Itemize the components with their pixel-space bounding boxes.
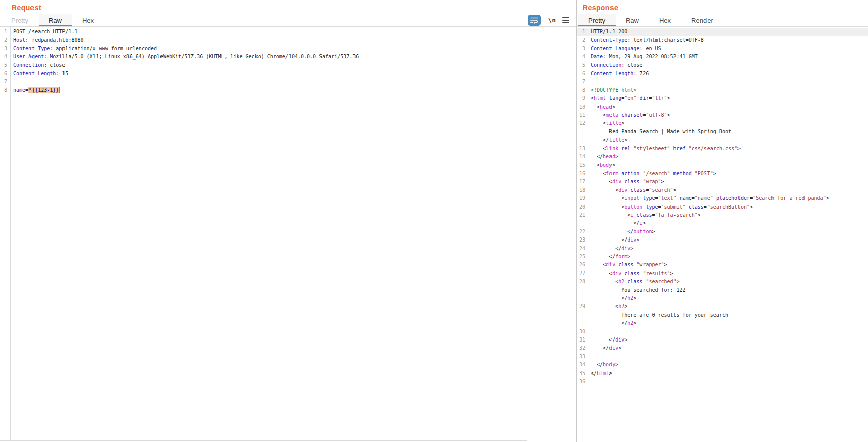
code-line: 6Content-Length: 726: [577, 70, 868, 78]
line-number: 23: [577, 236, 588, 244]
code-line: 3Content-Language: en-US: [577, 45, 868, 53]
code-line: 22 </button>: [577, 228, 868, 236]
line-number: 1: [0, 28, 10, 36]
code-line: </h2>: [577, 319, 868, 327]
tab-raw[interactable]: Raw: [616, 14, 649, 26]
line-number: 29: [577, 302, 588, 311]
show-newlines-icon[interactable]: \n: [548, 16, 556, 24]
code-line: Red Panda Search | Made with Spring Boot: [577, 128, 868, 136]
code-line: 32 </div>: [577, 344, 868, 352]
code-line: 30: [577, 328, 868, 336]
line-number: 19: [577, 194, 588, 202]
code-line: 17 <div class="wrap">: [577, 178, 868, 186]
line-number: 35: [577, 369, 588, 378]
code-line: 14 </head>: [577, 153, 868, 161]
line-number: 11: [577, 111, 588, 119]
code-line: 13 <link rel="stylesheet" href="css/sear…: [577, 145, 868, 153]
line-number: 7: [0, 78, 10, 86]
line-number: 7: [577, 78, 588, 86]
line-number: 1: [577, 28, 588, 36]
line-number: 17: [577, 178, 588, 186]
line-number: 14: [577, 153, 588, 161]
tab-render[interactable]: Render: [681, 14, 723, 26]
line-number: 4: [577, 53, 588, 61]
text-cursor: [59, 87, 60, 93]
code-line: 8<!DOCTYPE html>: [577, 86, 868, 94]
tab-hex[interactable]: Hex: [649, 14, 681, 26]
code-line: 19 <input type="text" name="name" placeh…: [577, 194, 868, 202]
code-line: </h2>: [577, 294, 868, 302]
code-line: 5Connection: close: [577, 61, 868, 70]
line-number: 5: [0, 61, 10, 70]
code-line: 35</html>: [577, 369, 868, 378]
line-number: 24: [577, 245, 588, 253]
request-toolbar: \n: [528, 14, 576, 26]
tab-raw[interactable]: Raw: [39, 14, 72, 26]
line-number: 22: [577, 228, 588, 236]
line-number: 20: [577, 203, 588, 211]
code-line: 18 <div class="search">: [577, 186, 868, 194]
code-line: 9<html lang="en" dir="ltr">: [577, 94, 868, 103]
line-number: 16: [577, 169, 588, 178]
response-editor[interactable]: 1HTTP/1.1 2002Content-Type: text/html;ch…: [577, 27, 868, 442]
code-line: 25 </form>: [577, 253, 868, 261]
code-line: 34 </body>: [577, 361, 868, 369]
code-line: 1HTTP/1.1 200: [577, 28, 868, 36]
request-tabbar: PrettyRawHex \n: [0, 14, 576, 27]
line-number: 9: [577, 94, 588, 103]
code-line: 29 <h2>: [577, 302, 868, 311]
request-title: Request: [12, 4, 41, 12]
code-line: 26 <div class="wrapper">: [577, 261, 868, 269]
word-wrap-icon[interactable]: [528, 15, 541, 26]
code-line: 7: [577, 78, 868, 86]
code-line: 3Content-Type: application/x-www-form-ur…: [0, 45, 576, 53]
line-number: [577, 311, 588, 319]
code-line: There are 0 results for your search: [577, 311, 868, 319]
code-line: 7: [0, 78, 576, 86]
line-number: 8: [0, 86, 10, 94]
code-line: 1POST /search HTTP/1.1: [0, 28, 576, 36]
code-line: 28 <h2 class="searched">: [577, 278, 868, 286]
line-number: 21: [577, 211, 588, 219]
code-line: </i>: [577, 219, 868, 227]
response-tabbar: PrettyRawHexRender: [577, 14, 868, 27]
code-line: 4Date: Mon, 29 Aug 2022 08:52:41 GMT: [577, 53, 868, 61]
code-line: 15 <body>: [577, 161, 868, 169]
code-line: 5Connection: close: [0, 61, 576, 70]
line-number: 25: [577, 253, 588, 261]
hamburger-menu-icon[interactable]: [562, 17, 569, 23]
line-number: 5: [577, 61, 588, 70]
code-line: 31 </div>: [577, 336, 868, 344]
line-number: 4: [0, 53, 10, 61]
tab-pretty[interactable]: Pretty: [1, 14, 39, 26]
line-number: 3: [577, 45, 588, 53]
line-number: 28: [577, 278, 588, 286]
line-number: 34: [577, 361, 588, 369]
line-number: 8: [577, 86, 588, 94]
line-number: 30: [577, 328, 588, 336]
request-editor[interactable]: 1POST /search HTTP/1.12Host: redpanda.ht…: [0, 27, 576, 442]
line-number: 27: [577, 269, 588, 278]
code-line: 16 <form action="/search" method="POST">: [577, 169, 868, 178]
code-line: 21 <i class="fa fa-search">: [577, 211, 868, 219]
code-line: 23 </div>: [577, 236, 868, 244]
tab-hex[interactable]: Hex: [72, 14, 104, 26]
line-number: 33: [577, 353, 588, 361]
request-gutter-divider: [10, 27, 11, 440]
line-number: [577, 219, 588, 227]
code-line: 27 <div class="results">: [577, 269, 868, 278]
line-number: 36: [577, 378, 588, 386]
code-line: 2Content-Type: text/html;charset=UTF-8: [577, 36, 868, 44]
line-number: 31: [577, 336, 588, 344]
code-line: 24 </div>: [577, 245, 868, 253]
code-line: 33: [577, 353, 868, 361]
code-line: 4User-Agent: Mozilla/5.0 (X11; Linux x86…: [0, 53, 576, 61]
line-number: [577, 319, 588, 327]
line-number: 32: [577, 344, 588, 352]
line-number: 6: [577, 70, 588, 78]
tab-pretty[interactable]: Pretty: [578, 14, 616, 26]
response-title: Response: [583, 4, 618, 12]
line-number: [577, 136, 588, 144]
code-line: 8name=*{{123-1}}: [0, 86, 576, 94]
line-number: 12: [577, 119, 588, 127]
